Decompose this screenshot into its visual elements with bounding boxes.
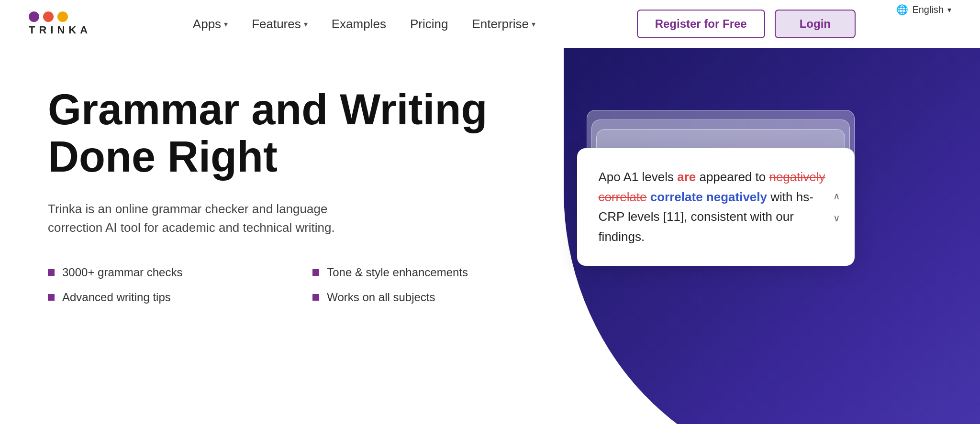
feature-item: Tone & style enhancements: [312, 266, 539, 279]
features-grid: 3000+ grammar checks Tone & style enhanc…: [48, 266, 539, 304]
hero-left: Grammar and Writing Done Right Trinka is…: [0, 48, 539, 424]
language-selector[interactable]: 🌐 English ▾: [896, 0, 951, 19]
bullet-icon: [48, 269, 55, 276]
dot-purple: [29, 11, 39, 22]
demo-cards-container: Apo A1 levels are appeared to negatively…: [577, 110, 855, 301]
language-label: English: [912, 4, 944, 15]
feature-text: Works on all subjects: [327, 291, 435, 304]
logo-text[interactable]: TRINKA: [29, 24, 91, 36]
nav-examples[interactable]: Examples: [332, 17, 386, 32]
globe-icon: 🌐: [896, 4, 908, 15]
demo-card: Apo A1 levels are appeared to negatively…: [577, 148, 855, 266]
bullet-icon: [48, 294, 55, 301]
apps-chevron-icon: ▾: [224, 20, 228, 29]
demo-text-error: are: [677, 170, 696, 184]
feature-text: Advanced writing tips: [62, 291, 171, 304]
dot-orange: [43, 11, 54, 22]
register-button[interactable]: Register for Free: [637, 10, 765, 38]
demo-text-before: Apo A1 levels: [598, 170, 677, 184]
features-chevron-icon: ▾: [304, 20, 308, 29]
language-chevron: ▾: [947, 5, 951, 14]
nav-pricing[interactable]: Pricing: [410, 17, 448, 32]
nav-apps[interactable]: Apps ▾: [193, 17, 228, 32]
header-buttons: Register for Free Login: [637, 10, 856, 38]
hero-description: Trinka is an online grammar checker and …: [48, 200, 364, 237]
bullet-icon: [312, 294, 319, 301]
demo-text-middle: appeared to: [696, 170, 769, 184]
dot-yellow: [57, 11, 68, 22]
feature-item: 3000+ grammar checks: [48, 266, 274, 279]
nav-enterprise[interactable]: Enterprise ▾: [472, 17, 535, 32]
demo-text-correction: correlate negatively: [647, 190, 767, 204]
login-button[interactable]: Login: [775, 10, 856, 38]
feature-text: 3000+ grammar checks: [62, 266, 182, 279]
logo-area: TRINKA: [29, 11, 91, 36]
nav-features[interactable]: Features ▾: [252, 17, 308, 32]
feature-item: Advanced writing tips: [48, 291, 274, 304]
enterprise-chevron-icon: ▾: [532, 20, 535, 29]
demo-card-text: Apo A1 levels are appeared to negatively…: [598, 167, 834, 247]
main-nav: Apps ▾ Features ▾ Examples Pricing Enter…: [193, 17, 535, 32]
card-arrows: ∧ ∨: [828, 187, 845, 227]
logo-dots: [29, 11, 68, 22]
arrow-up-button[interactable]: ∧: [828, 187, 845, 205]
arrow-down-button[interactable]: ∨: [828, 209, 845, 227]
hero-right: Apo A1 levels are appeared to negatively…: [539, 48, 980, 424]
feature-item: Works on all subjects: [312, 291, 539, 304]
hero-title: Grammar and Writing Done Right: [48, 86, 539, 181]
feature-text: Tone & style enhancements: [327, 266, 468, 279]
bullet-icon: [312, 269, 319, 276]
